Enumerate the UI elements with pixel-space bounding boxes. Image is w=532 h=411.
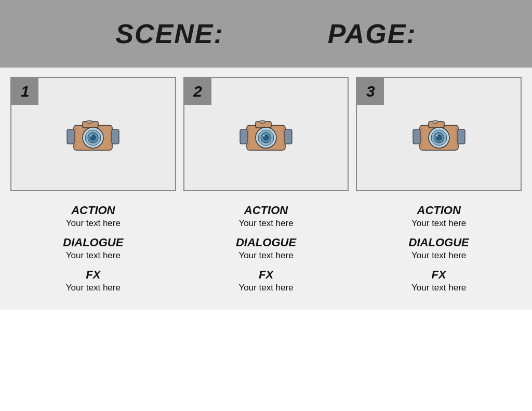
action-label-1: ACTION — [10, 204, 176, 217]
panel-number-3: 3 — [357, 78, 384, 105]
panel-box-3: 3 — [356, 77, 522, 191]
panels-row: 1 — [10, 77, 522, 294]
svg-point-8 — [90, 135, 92, 137]
svg-rect-15 — [285, 129, 292, 144]
dialogue-label-2: DIALOGUE — [183, 236, 349, 249]
header: SCENE: PAGE: — [0, 0, 532, 68]
svg-rect-26 — [413, 129, 420, 144]
panel-box-2: 2 — [183, 77, 349, 191]
svg-rect-21 — [260, 121, 265, 123]
camera-icon-2 — [237, 115, 295, 154]
action-label-2: ACTION — [183, 204, 349, 217]
panel-col-1: 1 — [10, 77, 176, 294]
dialogue-text-1: Your text here — [10, 250, 176, 261]
fx-text-3: Your text here — [356, 283, 522, 293]
svg-point-20 — [263, 135, 265, 137]
dialogue-label-1: DIALOGUE — [10, 236, 176, 249]
fx-label-2: FX — [183, 268, 349, 282]
panel-info-2: ACTION Your text here DIALOGUE Your text… — [183, 191, 349, 294]
svg-rect-2 — [67, 129, 74, 144]
svg-rect-27 — [458, 129, 465, 144]
fx-text-2: Your text here — [183, 283, 349, 293]
panel-box-1: 1 — [10, 77, 176, 191]
panel-col-2: 2 ACTION Your text h — [183, 77, 349, 294]
action-label-3: ACTION — [356, 204, 522, 217]
panel-col-3: 3 ACTION Your text h — [356, 77, 522, 294]
scene-label: SCENE: — [115, 18, 223, 49]
svg-rect-9 — [87, 121, 92, 123]
panel-number-1: 1 — [11, 78, 38, 105]
dialogue-text-3: Your text here — [356, 250, 522, 261]
panel-number-2: 2 — [184, 78, 211, 105]
action-text-1: Your text here — [10, 218, 176, 229]
dialogue-text-2: Your text here — [183, 250, 349, 261]
dialogue-label-3: DIALOGUE — [356, 236, 522, 249]
fx-label-1: FX — [10, 268, 176, 282]
page-label: PAGE: — [328, 18, 417, 49]
fx-label-3: FX — [356, 268, 522, 282]
main-content: 1 — [0, 68, 532, 310]
camera-icon-3 — [410, 115, 468, 154]
svg-point-32 — [436, 135, 438, 137]
svg-rect-3 — [112, 129, 119, 144]
camera-icon-1 — [64, 115, 122, 154]
panel-info-1: ACTION Your text here DIALOGUE Your text… — [10, 191, 176, 294]
action-text-2: Your text here — [183, 218, 349, 229]
svg-rect-33 — [433, 121, 438, 123]
action-text-3: Your text here — [356, 218, 522, 229]
fx-text-1: Your text here — [10, 283, 176, 293]
svg-rect-14 — [240, 129, 247, 144]
panel-info-3: ACTION Your text here DIALOGUE Your text… — [356, 191, 522, 294]
